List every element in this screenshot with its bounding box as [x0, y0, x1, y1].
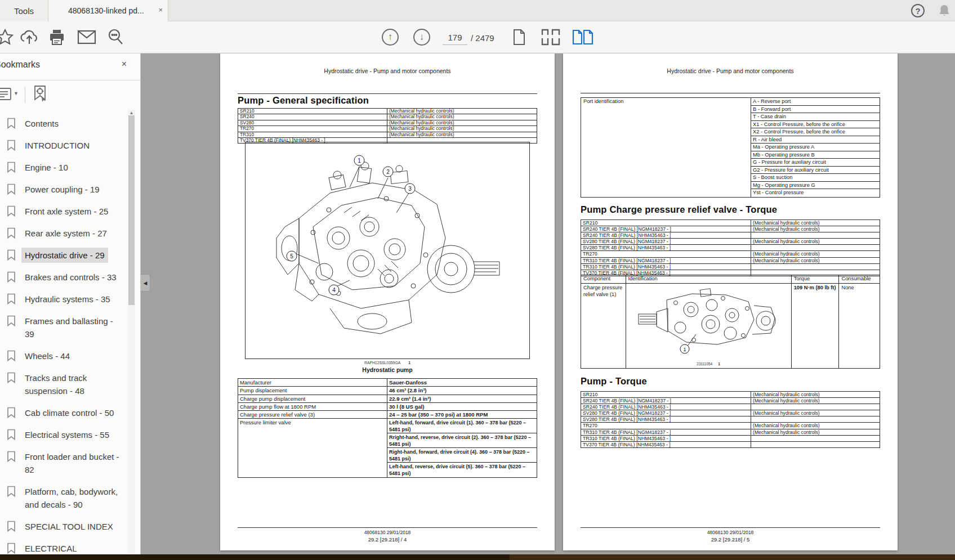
bookmark-label: Wheels - 44: [21, 348, 73, 364]
table-row: TR310 TIER 4B (FINAL) [NGM418237 - ] (Me…: [581, 429, 880, 436]
port-row: R - Air bleed: [751, 136, 880, 144]
table-row: SR240 TIER 4B (FINAL) [NGM418237 - ] (Me…: [581, 226, 880, 232]
section-title: Pump - General specification: [238, 95, 369, 106]
scrollbar-thumb[interactable]: [128, 115, 135, 305]
running-header: Hydrostatic drive - Pump and motor compo…: [238, 68, 537, 74]
section-title: Pump Charge pressure relief valve - Torq…: [581, 204, 777, 215]
search-icon[interactable]: [107, 28, 124, 46]
bookmarks-toolbar: ▼: [0, 80, 141, 110]
locate-current-bookmark-icon[interactable]: [33, 85, 47, 103]
bookmark-label: ELECTRICAL SCHEMATIC: [21, 541, 124, 554]
bookmark-flag-icon: [7, 140, 16, 151]
port-row: X1 - Control Pressure, before the orific…: [751, 121, 880, 129]
table-row: Manufacturer Sauer-Danfoss: [238, 379, 537, 387]
pressure-limiter-value: Left-hand, reverse, drive circuit (5). 3…: [387, 463, 537, 477]
bookmark-flag-icon: [7, 429, 16, 441]
table-row: SR210 (Mechanical hydraulic controls): [581, 220, 880, 226]
chevron-left-icon: ◀: [144, 280, 148, 286]
port-row: G - Pressure for auxiliary circuit: [751, 159, 880, 167]
component-table-header: Component Identification Torque Consumab…: [581, 275, 880, 284]
port-row: Yst - Control pressure: [751, 189, 880, 197]
table-row: SR240 TIER 4B (FINAL) [NHM435463 - ]: [581, 404, 880, 410]
bookmark-item[interactable]: Wheels - 44: [0, 345, 127, 367]
bookmark-item[interactable]: Rear axle system - 27: [0, 222, 127, 244]
bookmark-item[interactable]: Brakes and controls - 33: [0, 266, 127, 288]
close-tab-icon[interactable]: ×: [158, 6, 163, 14]
page-footer-docinfo: 48068130 29/01/2018: [581, 530, 880, 535]
bookmark-item[interactable]: Front loader and bucket - 82: [0, 446, 127, 481]
bookmark-label: Electrical systems - 55: [21, 427, 113, 442]
print-icon[interactable]: [48, 29, 66, 46]
running-header: Hydrostatic drive - Pump and motor compo…: [581, 68, 880, 74]
table-row: Charge pressure relief valve (3) 24 – 25…: [238, 411, 537, 419]
bookmark-label: INTRODUCTION: [21, 138, 93, 153]
favorite-star-icon[interactable]: [0, 28, 14, 46]
previous-page-button[interactable]: ↑: [382, 29, 399, 46]
tab-document[interactable]: 48068130-linked pd... ×: [48, 0, 168, 21]
bookmark-item[interactable]: SPECIAL TOOL INDEX: [0, 516, 127, 537]
bookmark-flag-icon: [7, 451, 16, 463]
bookmark-flag-icon: [7, 118, 16, 129]
bookmark-flag-icon: [7, 407, 16, 419]
bookmark-item[interactable]: Hydraulic systems - 35: [0, 288, 127, 310]
component-figure-code: 231110541: [626, 361, 791, 368]
bookmark-item[interactable]: Power coupling - 19: [0, 178, 127, 200]
table-row: Charge pump displacement 22.9 cm³ (1.4 i…: [238, 395, 537, 403]
options-caret-icon[interactable]: ▼: [14, 91, 19, 96]
bookmark-flag-icon: [7, 293, 16, 305]
page-number-input[interactable]: [443, 30, 467, 45]
help-icon[interactable]: ?: [911, 4, 925, 17]
figure-code: RAPH12SSL0359GA1: [238, 361, 537, 365]
table-row: SV280 TIER 4B (FINAL) [NHM435463 - ]: [581, 416, 880, 423]
tab-tools[interactable]: Tools: [0, 0, 48, 21]
port-row: B - Forward port: [751, 106, 880, 114]
section-title: Pump - Torque: [581, 376, 647, 387]
consumable-value: None: [839, 284, 880, 368]
bookmark-item[interactable]: Frames and ballasting - 39: [0, 310, 127, 345]
bookmark-item[interactable]: Cab climate control - 50: [0, 402, 127, 424]
sidebar-scrollbar[interactable]: ▲ ▼: [128, 110, 135, 554]
bookmark-item[interactable]: Hydrostatic drive - 29: [0, 244, 127, 266]
pressure-limiter-value: Right-hand, forward, drive circuit (4). …: [387, 448, 537, 463]
bookmarks-panel-title: Bookmarks: [0, 60, 40, 70]
scrolling-page-view-icon[interactable]: [541, 28, 561, 46]
bookmark-label: Platform, cab, bodywork, and decals - 90: [21, 484, 124, 512]
table-row: TR310 TIER 4B (FINAL) [NGM418237 - ] (Me…: [581, 258, 880, 264]
port-row: X2 - Control Pressure, before the orific…: [751, 128, 880, 136]
main-toolbar: ↑ ↓ / 2479: [0, 21, 955, 53]
callout-2: 2: [386, 169, 390, 175]
bookmark-flag-icon: [7, 486, 16, 498]
bookmark-label: Contents: [21, 116, 62, 131]
notification-bell-icon[interactable]: [938, 4, 950, 17]
bookmark-item[interactable]: Engine - 10: [0, 156, 127, 178]
bookmark-options-icon[interactable]: [0, 87, 11, 101]
bookmark-flag-icon: [7, 521, 16, 532]
bookmark-flag-icon: [7, 227, 16, 239]
scroll-up-icon[interactable]: ▲: [128, 110, 135, 115]
close-bookmarks-icon[interactable]: ×: [122, 59, 127, 69]
cloud-upload-icon[interactable]: [19, 29, 39, 46]
port-row: Mg - Operating pressure G: [751, 182, 880, 190]
bookmark-item[interactable]: Electrical systems - 55: [0, 424, 127, 446]
bookmark-item[interactable]: Contents: [0, 113, 127, 135]
component-figure: 1 231110541: [626, 284, 792, 368]
bookmark-item[interactable]: ELECTRICAL SCHEMATIC: [0, 537, 127, 554]
callout-4: 4: [332, 287, 336, 293]
table-row: Charge pump flow at 1800 RPM 30 l (8 US …: [238, 403, 537, 411]
single-page-view-icon[interactable]: [512, 29, 526, 46]
pump-spec-table: Manufacturer Sauer-Danfoss Pump displace…: [238, 378, 537, 478]
document-tab-title: 48068130-linked pd...: [68, 6, 144, 15]
callout-5: 5: [290, 253, 293, 259]
page-footer-section: 29.2 [29.218] / 4: [238, 536, 537, 543]
table-row: SR240 TIER 4B (FINAL) [NGM418237 - ] (Me…: [581, 398, 880, 404]
page-footer-section: 29.2 [29.218] / 5: [581, 536, 880, 543]
bookmark-item[interactable]: Platform, cab, bodywork, and decals - 90: [0, 481, 127, 516]
collapse-panel-handle[interactable]: ◀: [141, 274, 150, 292]
bookmark-item[interactable]: Front axle system - 25: [0, 200, 127, 222]
next-page-button[interactable]: ↓: [413, 29, 430, 46]
bookmark-item[interactable]: INTRODUCTION: [0, 135, 127, 156]
table-row: SV280 TIER 4B (FINAL) [NGM418237 - ] (Me…: [581, 239, 880, 245]
two-page-view-icon[interactable]: [572, 29, 593, 45]
email-icon[interactable]: [77, 30, 96, 44]
bookmark-item[interactable]: Tracks and track suspension - 48: [0, 367, 127, 402]
